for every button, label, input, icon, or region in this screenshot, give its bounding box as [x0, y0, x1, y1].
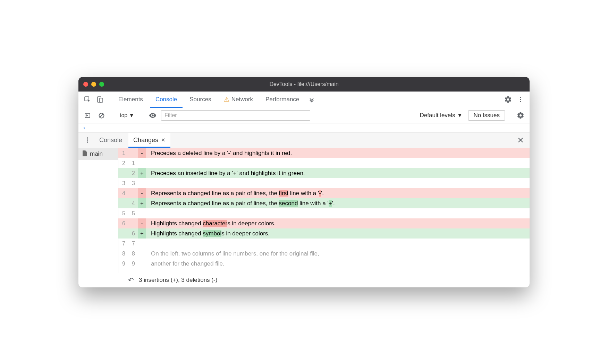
- file-name-label: main: [90, 150, 103, 157]
- svg-point-5: [520, 101, 521, 102]
- titlebar: DevTools - file:///Users/main: [78, 77, 530, 92]
- undo-icon[interactable]: ↶: [128, 276, 134, 284]
- tab-network-label: Network: [231, 96, 253, 103]
- tab-console-label: Console: [155, 96, 177, 103]
- maximize-window-button[interactable]: [99, 82, 104, 87]
- diff-view: 1-Precedes a deleted line by a '-' and h…: [118, 148, 530, 273]
- svg-rect-2: [100, 98, 103, 102]
- tab-performance[interactable]: Performance: [260, 92, 305, 108]
- close-tab-icon[interactable]: ✕: [161, 137, 166, 143]
- close-window-button[interactable]: [83, 82, 88, 87]
- execution-context-icon[interactable]: [82, 110, 93, 121]
- log-levels-label: Default levels: [420, 112, 455, 119]
- svg-line-8: [100, 114, 103, 117]
- diff-row-deleted: 6-Highlights changed characters in deepe…: [118, 218, 530, 228]
- devtools-window: DevTools - file:///Users/main Elements C…: [78, 77, 530, 287]
- tab-sources[interactable]: Sources: [184, 92, 217, 108]
- file-tree-item[interactable]: main: [78, 148, 118, 160]
- window-title: DevTools - file:///Users/main: [78, 81, 530, 87]
- settings-icon[interactable]: [503, 94, 514, 105]
- warning-icon: ⚠: [224, 96, 229, 103]
- minimize-window-button[interactable]: [91, 82, 96, 87]
- diff-text: Precedes a deleted line by a '-' and hig…: [148, 148, 530, 158]
- diff-row-context: 88On the left, two columns of line numbe…: [118, 249, 530, 259]
- diff-row-context: 55: [118, 208, 530, 218]
- main-tab-bar: Elements Console Sources ⚠Network Perfor…: [78, 92, 530, 108]
- tab-elements[interactable]: Elements: [113, 92, 149, 108]
- drawer-tab-console[interactable]: Console: [94, 133, 127, 148]
- file-icon: [82, 150, 87, 158]
- tab-elements-label: Elements: [118, 96, 143, 103]
- tab-performance-label: Performance: [265, 96, 299, 103]
- separator: [510, 111, 510, 120]
- clear-console-icon[interactable]: [96, 110, 107, 121]
- svg-point-3: [520, 97, 521, 98]
- window-controls: [83, 82, 104, 87]
- drawer-tab-bar: Console Changes ✕: [78, 133, 530, 148]
- device-toolbar-icon[interactable]: [94, 94, 105, 105]
- diff-text: Represents a changed line as a pair of l…: [148, 198, 530, 208]
- close-drawer-icon[interactable]: [515, 135, 526, 146]
- issues-button[interactable]: No Issues: [468, 110, 505, 121]
- tab-network[interactable]: ⚠Network: [218, 92, 259, 108]
- separator: [142, 111, 142, 120]
- console-toolbar: top ▼ Default levels ▼ No Issues: [78, 108, 530, 123]
- inspect-element-icon[interactable]: [82, 94, 93, 105]
- drawer-tab-console-label: Console: [99, 137, 122, 144]
- diff-text: another for the changed file.: [148, 259, 530, 269]
- diff-text: Highlights changed characters in deeper …: [148, 218, 530, 228]
- more-tabs-button[interactable]: [306, 94, 317, 105]
- tab-console[interactable]: Console: [150, 92, 183, 108]
- diff-text: Precedes an inserted line by a '+' and h…: [148, 168, 530, 178]
- context-selector[interactable]: top ▼: [117, 111, 137, 120]
- changes-statusbar: ↶ 3 insertions (+), 3 deletions (-): [78, 273, 530, 287]
- separator: [109, 95, 109, 104]
- svg-point-9: [87, 137, 88, 139]
- diff-row-inserted: 6+Highlights changed symbols in deeper c…: [118, 228, 530, 239]
- drawer-menu-icon[interactable]: [82, 135, 93, 146]
- diff-text: Highlights changed symbols in deeper col…: [148, 228, 530, 239]
- diff-text: On the left, two columns of line numbers…: [148, 249, 530, 259]
- console-settings-icon[interactable]: [515, 110, 526, 121]
- svg-point-4: [520, 99, 521, 100]
- console-prompt[interactable]: ›: [78, 123, 530, 133]
- diff-row-inserted: 4+Represents a changed line as a pair of…: [118, 198, 530, 208]
- diff-row-context: 99another for the changed file.: [118, 259, 530, 269]
- svg-point-10: [87, 139, 88, 141]
- diff-row-deleted: 4-Represents a changed line as a pair of…: [118, 188, 530, 198]
- chevron-down-icon: ▼: [129, 112, 134, 119]
- diff-row-context: 77: [118, 239, 530, 249]
- live-expression-icon[interactable]: [147, 110, 158, 121]
- changes-summary-label: 3 insertions (+), 3 deletions (-): [139, 277, 217, 284]
- tab-sources-label: Sources: [189, 96, 211, 103]
- filter-input[interactable]: [161, 110, 310, 121]
- diff-row-inserted: 2+Precedes an inserted line by a '+' and…: [118, 168, 530, 178]
- diff-row-context: 33: [118, 178, 530, 188]
- kebab-menu-icon[interactable]: [515, 94, 526, 105]
- svg-point-11: [87, 141, 88, 143]
- drawer-tab-changes[interactable]: Changes ✕: [128, 133, 170, 148]
- chevron-down-icon: ▼: [457, 112, 463, 119]
- separator: [112, 111, 112, 120]
- diff-row-context: 21: [118, 158, 530, 168]
- diff-row-deleted: 1-Precedes a deleted line by a '-' and h…: [118, 148, 530, 158]
- diff-text: Represents a changed line as a pair of l…: [148, 188, 530, 198]
- file-tree: main: [78, 148, 118, 273]
- changes-panel: main 1-Precedes a deleted line by a '-' …: [78, 148, 530, 273]
- drawer-tab-changes-label: Changes: [133, 137, 158, 144]
- context-label: top: [120, 112, 127, 119]
- log-levels-selector[interactable]: Default levels ▼: [417, 112, 466, 119]
